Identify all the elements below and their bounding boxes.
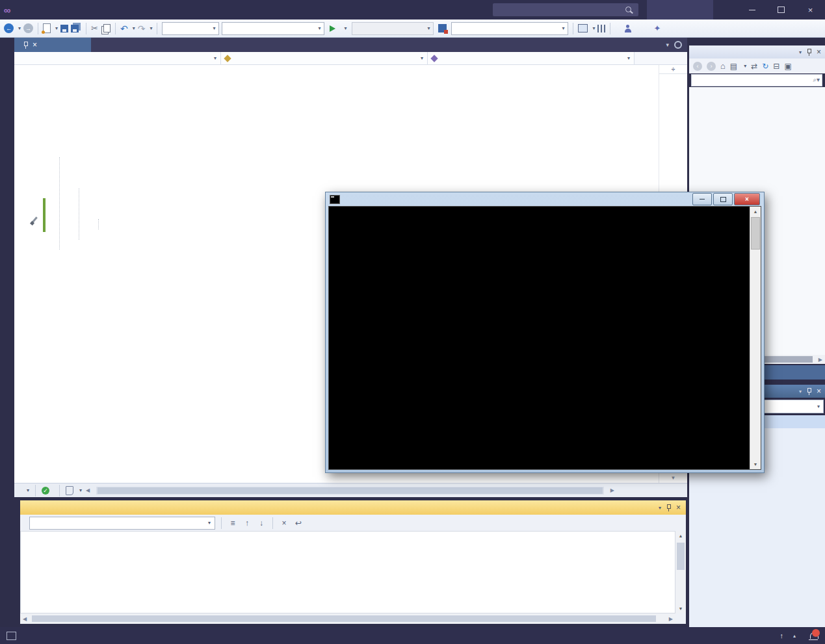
save-all-icon[interactable]: [71, 25, 79, 32]
new-file-icon[interactable]: [43, 23, 51, 33]
chevron-down-icon: ▾: [817, 404, 820, 409]
solution-explorer-header[interactable]: ▾ ×: [689, 45, 825, 58]
undo-dropdown-icon[interactable]: ▾: [133, 25, 135, 31]
solution-explorer-toolbar: ‹ › ⌂ ▤ ▾ ⇄ ↻ ⊟ ▣: [689, 58, 825, 73]
pin-icon[interactable]: [806, 388, 812, 395]
output-header[interactable]: ▾ ×: [20, 500, 686, 515]
scroll-right-icon[interactable]: ▶: [669, 616, 673, 622]
scroll-down-icon[interactable]: ▼: [750, 459, 761, 469]
nav-member-dropdown[interactable]: ▾: [428, 52, 635, 64]
notification-badge[interactable]: [812, 629, 820, 637]
document-list-icon[interactable]: ▾: [666, 42, 669, 48]
scroll-up-icon[interactable]: ▲: [750, 207, 761, 216]
cut-icon[interactable]: ✂: [91, 23, 98, 33]
cmd-console[interactable]: ▲ ▼: [328, 206, 761, 470]
editor-layout-dropdown-icon[interactable]: ▾: [592, 25, 595, 31]
close-icon[interactable]: ×: [676, 504, 681, 511]
cmd-title-bar[interactable]: ×: [326, 192, 764, 206]
scrollbar-thumb[interactable]: [677, 543, 685, 570]
solution-search-input[interactable]: [691, 74, 822, 86]
horizontal-scrollbar[interactable]: [96, 487, 604, 495]
new-file-dropdown-icon[interactable]: ▾: [55, 25, 58, 31]
word-wrap-icon[interactable]: ↩: [293, 519, 304, 528]
navigate-back-icon[interactable]: ←: [4, 23, 14, 33]
close-button[interactable]: ×: [796, 0, 825, 19]
scrollbar-thumb[interactable]: [32, 615, 656, 622]
cmd-window[interactable]: × ▲ ▼: [325, 192, 765, 473]
previous-message-icon[interactable]: ↑: [242, 519, 252, 528]
cmd-close-button[interactable]: ×: [734, 193, 760, 205]
toolbar-find-combo[interactable]: ▾: [451, 22, 568, 35]
goto-message-icon[interactable]: ≡: [228, 519, 238, 528]
home-icon[interactable]: ⌂: [720, 61, 726, 71]
forward-icon[interactable]: ›: [707, 62, 716, 71]
attach-process-icon[interactable]: [438, 24, 447, 32]
save-icon[interactable]: [60, 25, 68, 32]
cmd-scrollbar[interactable]: ▲ ▼: [750, 207, 761, 469]
scroll-up-icon[interactable]: ▲: [675, 531, 686, 541]
background-tasks-icon[interactable]: [7, 632, 16, 640]
window-menu-icon[interactable]: ▾: [659, 505, 661, 511]
pin-icon[interactable]: [23, 42, 29, 49]
cmd-maximize-button[interactable]: [713, 193, 733, 205]
document-outline-icon[interactable]: [66, 486, 73, 495]
pin-icon[interactable]: [806, 49, 812, 56]
solution-configuration-select[interactable]: ▾: [162, 22, 219, 35]
scroll-down-icon[interactable]: ▼: [659, 475, 687, 481]
window-menu-icon[interactable]: ▾: [799, 389, 802, 394]
live-share-button[interactable]: [624, 25, 635, 32]
zoom-dropdown-icon[interactable]: ▾: [27, 487, 29, 493]
tab-well-options-icon[interactable]: [674, 41, 682, 49]
solution-platform-select[interactable]: ▾: [222, 22, 324, 35]
nav-type-dropdown[interactable]: ▾: [221, 52, 428, 64]
column-guides-icon[interactable]: [597, 25, 605, 32]
tab-close-icon[interactable]: ×: [33, 41, 37, 49]
copy-icon[interactable]: [103, 24, 111, 32]
undo-icon[interactable]: ↶: [120, 23, 128, 34]
filter-dropdown-icon[interactable]: ▾: [744, 63, 746, 69]
close-icon[interactable]: ×: [817, 387, 821, 395]
method-icon: [430, 55, 438, 62]
scroll-down-icon[interactable]: ▼: [675, 604, 686, 613]
refresh-icon[interactable]: ↻: [762, 62, 768, 71]
live-share-icon: [624, 25, 632, 32]
collapse-all-icon[interactable]: ⊟: [773, 62, 779, 71]
start-debug-button[interactable]: ▾: [330, 25, 347, 32]
chevron-up-icon[interactable]: ▴: [793, 633, 796, 639]
tab-program-cs[interactable]: ×: [14, 38, 91, 52]
split-window-icon[interactable]: ÷: [659, 65, 687, 74]
show-all-files-icon[interactable]: ▣: [784, 62, 791, 71]
minimize-button[interactable]: [737, 0, 766, 19]
title-bar: ∞ ×: [0, 0, 825, 19]
window-menu-icon[interactable]: ▾: [799, 49, 802, 55]
status-bar: ↑ ▴: [0, 627, 825, 644]
scrollbar-thumb[interactable]: [751, 217, 760, 250]
scroll-right-icon[interactable]: ▶: [610, 487, 614, 493]
feedback-icon[interactable]: ✦: [653, 23, 661, 33]
document-tab-well: × ▾: [14, 38, 687, 52]
switch-views-icon[interactable]: ▤: [730, 62, 737, 71]
scrollbar-thumb[interactable]: [765, 356, 813, 363]
clear-all-icon[interactable]: ×: [279, 519, 289, 528]
scroll-right-icon[interactable]: ▶: [818, 357, 822, 363]
editor-layout-icon[interactable]: [578, 24, 588, 32]
output-source-row: ▾ ≡ ↑ ↓ × ↩: [20, 515, 686, 531]
maximize-button[interactable]: [766, 0, 796, 19]
cmd-minimize-button[interactable]: [692, 193, 712, 205]
navigate-forward-icon[interactable]: →: [23, 23, 33, 33]
next-message-icon[interactable]: ↓: [256, 519, 267, 528]
output-source-select[interactable]: ▾: [29, 517, 215, 530]
quick-actions-icon[interactable]: [30, 216, 39, 225]
close-icon[interactable]: ×: [817, 48, 821, 56]
quick-search-input[interactable]: [493, 3, 638, 16]
document-outline-dropdown-icon[interactable]: ▾: [79, 487, 82, 493]
navigate-back-dropdown-icon[interactable]: ▾: [18, 25, 21, 31]
scroll-left-icon[interactable]: ◀: [23, 616, 27, 622]
scroll-left-icon[interactable]: ◀: [86, 487, 90, 493]
output-content[interactable]: [20, 531, 675, 613]
sync-with-active-document-icon[interactable]: ⇄: [751, 62, 757, 71]
back-icon[interactable]: ‹: [693, 62, 702, 71]
nav-project-dropdown[interactable]: ▾: [14, 52, 221, 64]
class-icon: [224, 55, 231, 62]
pin-icon[interactable]: [666, 504, 672, 511]
